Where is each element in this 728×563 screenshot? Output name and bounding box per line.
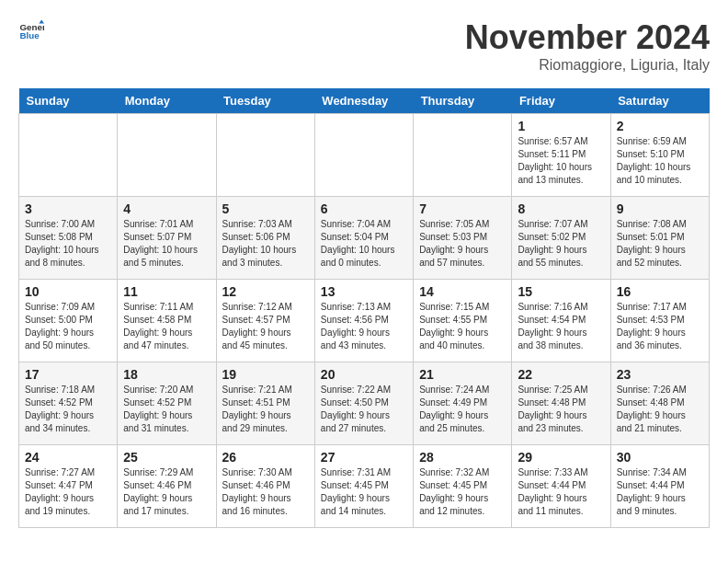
day-number: 22 xyxy=(518,367,604,382)
day-number: 19 xyxy=(222,367,309,382)
calendar-week-2: 3Sunrise: 7:00 AM Sunset: 5:08 PM Daylig… xyxy=(19,197,710,280)
col-tuesday: Tuesday xyxy=(216,88,314,114)
day-number: 8 xyxy=(518,201,604,216)
table-row: 8Sunrise: 7:07 AM Sunset: 5:02 PM Daylig… xyxy=(512,197,610,280)
day-number: 4 xyxy=(123,201,210,216)
calendar-header-row: Sunday Monday Tuesday Wednesday Thursday… xyxy=(19,88,710,114)
day-number: 24 xyxy=(25,450,111,465)
day-number: 16 xyxy=(617,284,703,299)
day-info: Sunrise: 7:01 AM Sunset: 5:07 PM Dayligh… xyxy=(123,218,210,270)
day-info: Sunrise: 7:18 AM Sunset: 4:52 PM Dayligh… xyxy=(25,384,111,435)
day-info: Sunrise: 7:34 AM Sunset: 4:44 PM Dayligh… xyxy=(617,466,703,518)
table-row xyxy=(19,114,118,197)
day-number: 13 xyxy=(321,284,407,299)
calendar-table: Sunday Monday Tuesday Wednesday Thursday… xyxy=(18,88,710,528)
table-row xyxy=(414,114,512,197)
table-row: 6Sunrise: 7:04 AM Sunset: 5:04 PM Daylig… xyxy=(314,197,413,280)
day-info: Sunrise: 7:21 AM Sunset: 4:51 PM Dayligh… xyxy=(222,384,309,435)
day-info: Sunrise: 6:57 AM Sunset: 5:11 PM Dayligh… xyxy=(518,135,604,187)
day-number: 17 xyxy=(25,367,111,382)
table-row xyxy=(314,114,413,197)
day-info: Sunrise: 7:13 AM Sunset: 4:56 PM Dayligh… xyxy=(321,301,407,352)
day-info: Sunrise: 7:12 AM Sunset: 4:57 PM Dayligh… xyxy=(222,301,309,352)
day-number: 26 xyxy=(222,450,309,465)
col-monday: Monday xyxy=(118,88,216,114)
day-info: Sunrise: 7:00 AM Sunset: 5:08 PM Dayligh… xyxy=(25,218,111,270)
table-row: 10Sunrise: 7:09 AM Sunset: 5:00 PM Dayli… xyxy=(19,280,118,362)
table-row: 4Sunrise: 7:01 AM Sunset: 5:07 PM Daylig… xyxy=(118,197,216,280)
table-row: 2Sunrise: 6:59 AM Sunset: 5:10 PM Daylig… xyxy=(610,114,709,197)
day-number: 11 xyxy=(123,284,210,299)
day-number: 5 xyxy=(222,201,309,216)
table-row: 17Sunrise: 7:18 AM Sunset: 4:52 PM Dayli… xyxy=(19,362,118,445)
day-info: Sunrise: 7:15 AM Sunset: 4:55 PM Dayligh… xyxy=(419,301,506,352)
table-row: 3Sunrise: 7:00 AM Sunset: 5:08 PM Daylig… xyxy=(19,197,118,280)
day-info: Sunrise: 7:22 AM Sunset: 4:50 PM Dayligh… xyxy=(321,384,407,435)
table-row: 13Sunrise: 7:13 AM Sunset: 4:56 PM Dayli… xyxy=(314,280,413,362)
table-row: 19Sunrise: 7:21 AM Sunset: 4:51 PM Dayli… xyxy=(216,362,314,445)
day-info: Sunrise: 7:31 AM Sunset: 4:45 PM Dayligh… xyxy=(321,466,407,518)
col-friday: Friday xyxy=(512,88,610,114)
day-info: Sunrise: 7:17 AM Sunset: 4:53 PM Dayligh… xyxy=(617,301,703,352)
day-info: Sunrise: 7:25 AM Sunset: 4:48 PM Dayligh… xyxy=(518,384,604,435)
page-header: General Blue November 2024 Riomaggiore, … xyxy=(18,18,710,74)
col-saturday: Saturday xyxy=(610,88,709,114)
svg-text:Blue: Blue xyxy=(19,30,40,40)
calendar-subtitle: Riomaggiore, Liguria, Italy xyxy=(465,57,710,74)
table-row: 27Sunrise: 7:31 AM Sunset: 4:45 PM Dayli… xyxy=(314,445,413,528)
day-number: 29 xyxy=(518,450,604,465)
col-wednesday: Wednesday xyxy=(314,88,413,114)
calendar-title: November 2024 xyxy=(465,18,710,57)
day-info: Sunrise: 7:30 AM Sunset: 4:46 PM Dayligh… xyxy=(222,466,309,518)
day-number: 7 xyxy=(419,201,506,216)
table-row xyxy=(216,114,314,197)
day-info: Sunrise: 7:05 AM Sunset: 5:03 PM Dayligh… xyxy=(419,218,506,270)
day-info: Sunrise: 7:16 AM Sunset: 4:54 PM Dayligh… xyxy=(518,301,604,352)
table-row: 23Sunrise: 7:26 AM Sunset: 4:48 PM Dayli… xyxy=(610,362,709,445)
table-row: 11Sunrise: 7:11 AM Sunset: 4:58 PM Dayli… xyxy=(118,280,216,362)
day-info: Sunrise: 7:32 AM Sunset: 4:45 PM Dayligh… xyxy=(419,466,506,518)
table-row: 29Sunrise: 7:33 AM Sunset: 4:44 PM Dayli… xyxy=(512,445,610,528)
day-info: Sunrise: 7:20 AM Sunset: 4:52 PM Dayligh… xyxy=(123,384,210,435)
col-sunday: Sunday xyxy=(19,88,118,114)
table-row: 16Sunrise: 7:17 AM Sunset: 4:53 PM Dayli… xyxy=(610,280,709,362)
table-row xyxy=(118,114,216,197)
table-row: 14Sunrise: 7:15 AM Sunset: 4:55 PM Dayli… xyxy=(414,280,512,362)
table-row: 22Sunrise: 7:25 AM Sunset: 4:48 PM Dayli… xyxy=(512,362,610,445)
day-number: 1 xyxy=(518,119,604,133)
table-row: 28Sunrise: 7:32 AM Sunset: 4:45 PM Dayli… xyxy=(414,445,512,528)
day-number: 18 xyxy=(123,367,210,382)
day-number: 9 xyxy=(617,201,703,216)
day-number: 6 xyxy=(321,201,407,216)
day-number: 20 xyxy=(321,367,407,382)
day-info: Sunrise: 6:59 AM Sunset: 5:10 PM Dayligh… xyxy=(617,135,703,187)
day-number: 14 xyxy=(419,284,506,299)
day-info: Sunrise: 7:07 AM Sunset: 5:02 PM Dayligh… xyxy=(518,218,604,270)
col-thursday: Thursday xyxy=(414,88,512,114)
calendar-week-1: 1Sunrise: 6:57 AM Sunset: 5:11 PM Daylig… xyxy=(19,114,710,197)
table-row: 1Sunrise: 6:57 AM Sunset: 5:11 PM Daylig… xyxy=(512,114,610,197)
table-row: 5Sunrise: 7:03 AM Sunset: 5:06 PM Daylig… xyxy=(216,197,314,280)
calendar-week-4: 17Sunrise: 7:18 AM Sunset: 4:52 PM Dayli… xyxy=(19,362,710,445)
table-row: 26Sunrise: 7:30 AM Sunset: 4:46 PM Dayli… xyxy=(216,445,314,528)
day-number: 28 xyxy=(419,450,506,465)
day-info: Sunrise: 7:26 AM Sunset: 4:48 PM Dayligh… xyxy=(617,384,703,435)
table-row: 30Sunrise: 7:34 AM Sunset: 4:44 PM Dayli… xyxy=(610,445,709,528)
table-row: 9Sunrise: 7:08 AM Sunset: 5:01 PM Daylig… xyxy=(610,197,709,280)
day-info: Sunrise: 7:09 AM Sunset: 5:00 PM Dayligh… xyxy=(25,301,111,352)
table-row: 25Sunrise: 7:29 AM Sunset: 4:46 PM Dayli… xyxy=(118,445,216,528)
day-info: Sunrise: 7:03 AM Sunset: 5:06 PM Dayligh… xyxy=(222,218,309,270)
day-number: 3 xyxy=(25,201,111,216)
day-number: 12 xyxy=(222,284,309,299)
day-info: Sunrise: 7:29 AM Sunset: 4:46 PM Dayligh… xyxy=(123,466,210,518)
table-row: 24Sunrise: 7:27 AM Sunset: 4:47 PM Dayli… xyxy=(19,445,118,528)
day-info: Sunrise: 7:11 AM Sunset: 4:58 PM Dayligh… xyxy=(123,301,210,352)
day-number: 30 xyxy=(617,450,703,465)
calendar-week-3: 10Sunrise: 7:09 AM Sunset: 5:00 PM Dayli… xyxy=(19,280,710,362)
day-number: 10 xyxy=(25,284,111,299)
day-number: 25 xyxy=(123,450,210,465)
day-info: Sunrise: 7:24 AM Sunset: 4:49 PM Dayligh… xyxy=(419,384,506,435)
table-row: 20Sunrise: 7:22 AM Sunset: 4:50 PM Dayli… xyxy=(314,362,413,445)
table-row: 12Sunrise: 7:12 AM Sunset: 4:57 PM Dayli… xyxy=(216,280,314,362)
day-info: Sunrise: 7:04 AM Sunset: 5:04 PM Dayligh… xyxy=(321,218,407,270)
